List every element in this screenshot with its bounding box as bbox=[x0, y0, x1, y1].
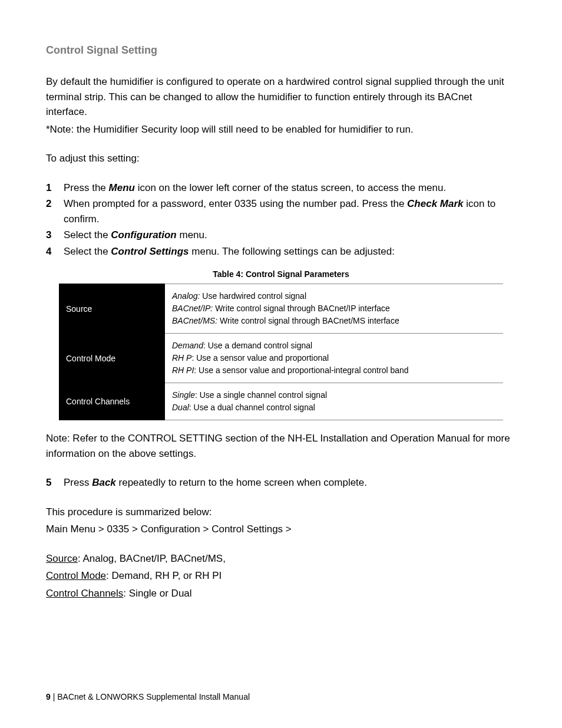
note-reference: Note: Refer to the CONTROL SETTING secti… bbox=[46, 431, 516, 461]
table-row: Control Channels Single: Use a single ch… bbox=[59, 383, 503, 420]
step-2: 2 When prompted for a password, enter 03… bbox=[46, 196, 516, 226]
summary-channels: Control Channels: Single or Dual bbox=[46, 586, 516, 601]
page-number: 9 bbox=[46, 692, 51, 701]
footer-title: | BACnet & LONWORKS Supplemental Install… bbox=[51, 692, 250, 701]
row-label-source: Source bbox=[59, 284, 165, 334]
checkmark-label: Check Mark bbox=[407, 198, 463, 209]
intro-note: *Note: the Humidifier Security loop will… bbox=[46, 122, 516, 137]
back-label: Back bbox=[92, 477, 116, 488]
step-number: 2 bbox=[46, 196, 64, 226]
step-number: 5 bbox=[46, 475, 64, 490]
parameters-table: Source Analog: Use hardwired control sig… bbox=[59, 284, 503, 420]
step-text: Select the Control Settings menu. The fo… bbox=[64, 244, 516, 259]
table-row: Control Mode Demand: Use a demand contro… bbox=[59, 334, 503, 383]
section-heading: Control Signal Setting bbox=[46, 44, 516, 57]
step-text: Select the Configuration menu. bbox=[64, 228, 516, 243]
summary-source: Source: Analog, BACnet/IP, BACnet/MS, bbox=[46, 551, 516, 566]
adjust-lead: To adjust this setting: bbox=[46, 151, 516, 166]
step-1: 1 Press the Menu icon on the lower left … bbox=[46, 180, 516, 196]
intro-paragraph: By default the humidifier is configured … bbox=[46, 74, 516, 120]
row-body: Analog: Use hardwired control signal BAC… bbox=[165, 284, 503, 334]
step-4: 4 Select the Control Settings menu. The … bbox=[46, 244, 516, 259]
step-text: Press the Menu icon on the lower left co… bbox=[64, 180, 516, 196]
step-number: 3 bbox=[46, 228, 64, 243]
control-settings-label: Control Settings bbox=[111, 246, 189, 257]
step-5: 5 Press Back repeatedly to return to the… bbox=[46, 475, 516, 490]
row-body: Single: Use a single channel control sig… bbox=[165, 383, 503, 420]
step-text: Press Back repeatedly to return to the h… bbox=[64, 475, 516, 490]
steps-list-cont: 5 Press Back repeatedly to return to the… bbox=[46, 475, 516, 490]
step-3: 3 Select the Configuration menu. bbox=[46, 228, 516, 243]
table-caption: Table 4: Control Signal Parameters bbox=[46, 269, 516, 279]
summary-path: Main Menu > 0335 > Configuration > Contr… bbox=[46, 522, 516, 537]
step-text: When prompted for a password, enter 0335… bbox=[64, 196, 516, 226]
table-row: Source Analog: Use hardwired control sig… bbox=[59, 284, 503, 334]
step-number: 1 bbox=[46, 180, 64, 196]
row-body: Demand: Use a demand control signal RH P… bbox=[165, 334, 503, 383]
page-footer: 9 | BACnet & LONWORKS Supplemental Insta… bbox=[46, 692, 250, 701]
menu-label: Menu bbox=[109, 182, 135, 193]
steps-list: 1 Press the Menu icon on the lower left … bbox=[46, 180, 516, 259]
summary-mode: Control Mode: Demand, RH P, or RH PI bbox=[46, 568, 516, 584]
row-label-channels: Control Channels bbox=[59, 383, 165, 420]
row-label-mode: Control Mode bbox=[59, 334, 165, 383]
step-number: 4 bbox=[46, 244, 64, 259]
configuration-label: Configuration bbox=[111, 229, 176, 241]
summary-lead: This procedure is summarized below: bbox=[46, 505, 516, 520]
